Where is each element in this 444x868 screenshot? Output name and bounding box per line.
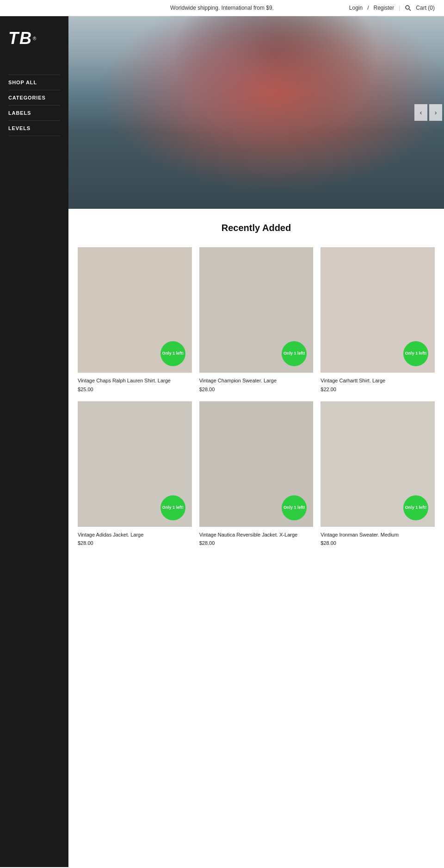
login-link[interactable]: Login (349, 5, 363, 11)
product-image-wrap: Only 1 left! (321, 247, 435, 373)
product-card[interactable]: Only 1 left! Vintage Chaps Ralph Lauren … (78, 247, 192, 392)
logo-b: B (19, 30, 31, 47)
product-price: $28.00 (199, 387, 314, 392)
banner-message: Worldwide shipping. International from $… (170, 5, 274, 11)
product-price: $22.00 (321, 387, 435, 392)
badge-only1: Only 1 left! (282, 495, 307, 520)
section-title: Recently Added (78, 223, 435, 233)
product-price: $28.00 (78, 540, 192, 546)
logo-t: T (8, 30, 18, 47)
product-card[interactable]: Only 1 left! Vintage Carhartt Shirt. Lar… (321, 247, 435, 392)
product-name: Vintage Ironman Sweater. Medium (321, 531, 435, 538)
hero-slider: ‹ › (68, 16, 444, 209)
badge-only1: Only 1 left! (403, 495, 428, 520)
product-name: Vintage Champion Sweater. Large (199, 377, 314, 384)
logo[interactable]: T B ® (0, 25, 68, 65)
sidebar-item-categories[interactable]: CATEGORIES (8, 90, 60, 106)
sidebar-item-labels[interactable]: LABELS (8, 106, 60, 121)
product-card[interactable]: Only 1 left! Vintage Nautica Reversible … (199, 401, 314, 546)
badge-only1: Only 1 left! (403, 341, 428, 366)
product-image-wrap: Only 1 left! (78, 401, 192, 527)
badge-only1: Only 1 left! (160, 341, 185, 366)
product-name: Vintage Chaps Ralph Lauren Shirt. Large (78, 377, 192, 384)
recently-added-section: Recently Added Only 1 left! Vintage Chap… (68, 209, 444, 560)
logo-registered: ® (33, 36, 36, 41)
divider: | (399, 5, 400, 11)
sidebar-nav: SHOP ALL CATEGORIES LABELS LEVELS (0, 65, 68, 136)
sidebar-item-levels[interactable]: LEVELS (8, 121, 60, 136)
page-layout: T B ® SHOP ALL CATEGORIES LABELS LEVELS … (0, 16, 444, 867)
product-name: Vintage Carhartt Shirt. Large (321, 377, 435, 384)
slash-separator: / (367, 5, 369, 11)
sidebar-item-shop-all[interactable]: SHOP ALL (8, 75, 60, 90)
product-price: $25.00 (78, 387, 192, 392)
slider-next-button[interactable]: › (429, 104, 442, 121)
top-banner: Worldwide shipping. International from $… (0, 0, 444, 16)
product-image-wrap: Only 1 left! (199, 247, 314, 373)
product-image-wrap: Only 1 left! (321, 401, 435, 527)
product-image-wrap: Only 1 left! (78, 247, 192, 373)
product-card[interactable]: Only 1 left! Vintage Adidas Jacket. Larg… (78, 401, 192, 546)
main-content: ‹ › Recently Added Only 1 left! Vintage … (68, 16, 444, 867)
register-link[interactable]: Register (374, 5, 395, 11)
svg-line-1 (409, 9, 411, 11)
slider-prev-button[interactable]: ‹ (414, 104, 427, 121)
product-name: Vintage Adidas Jacket. Large (78, 531, 192, 538)
product-price: $28.00 (199, 540, 314, 546)
search-icon[interactable] (405, 5, 411, 11)
cart-label[interactable]: Cart (0) (416, 5, 435, 11)
product-card[interactable]: Only 1 left! Vintage Champion Sweater. L… (199, 247, 314, 392)
svg-point-0 (406, 6, 409, 9)
sidebar: T B ® SHOP ALL CATEGORIES LABELS LEVELS (0, 16, 68, 867)
product-image-wrap: Only 1 left! (199, 401, 314, 527)
product-name: Vintage Nautica Reversible Jacket. X-Lar… (199, 531, 314, 538)
hero-image (68, 16, 444, 209)
badge-only1: Only 1 left! (160, 495, 185, 520)
product-card[interactable]: Only 1 left! Vintage Ironman Sweater. Me… (321, 401, 435, 546)
top-banner-right: Login / Register | Cart (0) (349, 5, 435, 11)
product-price: $28.00 (321, 540, 435, 546)
product-grid: Only 1 left! Vintage Chaps Ralph Lauren … (78, 247, 435, 546)
